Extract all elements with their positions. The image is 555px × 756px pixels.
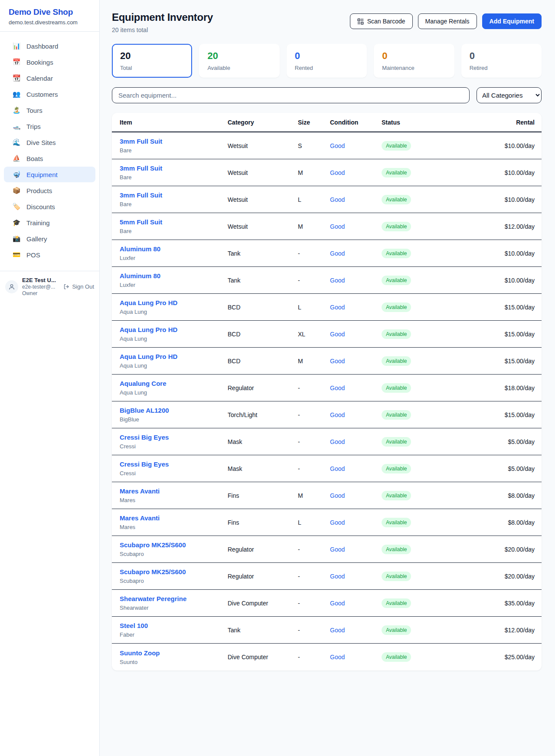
condition-link[interactable]: Good xyxy=(330,438,382,445)
sidebar-item-products[interactable]: 📦 Products xyxy=(4,183,95,198)
condition-link[interactable]: Good xyxy=(330,358,382,365)
sidebar-item-equipment[interactable]: 🤿 Equipment xyxy=(4,167,95,182)
condition-link[interactable]: Good xyxy=(330,331,382,338)
sidebar-item-trips[interactable]: 🛥️ Trips xyxy=(4,118,95,134)
sidebar-item-dashboard[interactable]: 📊 Dashboard xyxy=(4,38,95,54)
item-brand: Aqua Lung xyxy=(120,309,228,315)
scan-barcode-button[interactable]: Scan Barcode xyxy=(350,13,413,29)
condition-link[interactable]: Good xyxy=(330,519,382,526)
sidebar-item-boats[interactable]: ⛵ Boats xyxy=(4,151,95,166)
rental-cell: $15.00/day xyxy=(468,331,535,338)
status-badge: Available xyxy=(382,518,411,527)
stat-card-retired[interactable]: 0 Retired xyxy=(461,44,542,78)
item-name-link[interactable]: Steel 100 xyxy=(120,622,228,629)
item-brand: Aqua Lung xyxy=(120,335,228,342)
sidebar-item-bookings[interactable]: 📅 Bookings xyxy=(4,54,95,70)
sidebar-item-icon: 💳 xyxy=(12,251,21,259)
condition-link[interactable]: Good xyxy=(330,142,382,149)
stat-card-maintenance[interactable]: 0 Maintenance xyxy=(374,44,454,78)
category-select[interactable]: All Categories xyxy=(477,87,542,103)
stat-label: Retired xyxy=(470,65,533,71)
sign-out-button[interactable]: Sign Out xyxy=(63,283,94,290)
rental-cell: $35.00/day xyxy=(468,600,535,607)
sidebar-item-tours[interactable]: 🏝️ Tours xyxy=(4,102,95,118)
item-name-link[interactable]: Scubapro MK25/S600 xyxy=(120,541,228,549)
page-title: Equipment Inventory xyxy=(112,11,213,23)
sidebar-item-dive-sites[interactable]: 🌊 Dive Sites xyxy=(4,135,95,150)
condition-link[interactable]: Good xyxy=(330,385,382,391)
condition-link[interactable]: Good xyxy=(330,411,382,418)
item-name-link[interactable]: Cressi Big Eyes xyxy=(120,434,228,441)
table-row: Aqualung Core Aqua Lung Regulator - Good… xyxy=(112,375,542,401)
condition-link[interactable]: Good xyxy=(330,196,382,203)
item-name-link[interactable]: 3mm Full Suit xyxy=(120,138,228,145)
item-name-link[interactable]: Suunto Zoop xyxy=(120,649,228,657)
item-cell: Shearwater Peregrine Shearwater xyxy=(120,595,228,611)
size-cell: M xyxy=(298,223,330,230)
rental-cell: $5.00/day xyxy=(468,438,535,445)
person-icon xyxy=(8,283,15,290)
item-name-link[interactable]: Scubapro MK25/S600 xyxy=(120,568,228,575)
item-name-link[interactable]: Aqua Lung Pro HD xyxy=(120,299,228,306)
item-brand: Mares xyxy=(120,497,228,503)
condition-link[interactable]: Good xyxy=(330,169,382,176)
rental-cell: $25.00/day xyxy=(468,654,535,661)
sidebar-item-label: Discounts xyxy=(26,203,55,210)
stat-card-rented[interactable]: 0 Rented xyxy=(287,44,367,78)
condition-link[interactable]: Good xyxy=(330,573,382,580)
condition-link[interactable]: Good xyxy=(330,546,382,553)
sidebar-item-gallery[interactable]: 📸 Gallery xyxy=(4,231,95,247)
item-name-link[interactable]: Cressi Big Eyes xyxy=(120,460,228,468)
stat-card-total[interactable]: 20 Total xyxy=(112,44,192,78)
sidebar-item-discounts[interactable]: 🏷️ Discounts xyxy=(4,199,95,214)
column-header-status: Status xyxy=(382,119,468,126)
item-name-link[interactable]: Shearwater Peregrine xyxy=(120,595,228,602)
item-name-link[interactable]: 5mm Full Suit xyxy=(120,218,228,226)
condition-link[interactable]: Good xyxy=(330,304,382,311)
table-row: Scubapro MK25/S600 Scubapro Regulator - … xyxy=(112,536,542,563)
category-cell: Tank xyxy=(228,277,298,284)
add-equipment-button[interactable]: Add Equipment xyxy=(482,13,542,29)
rental-cell: $8.00/day xyxy=(468,492,535,499)
item-brand: Faber xyxy=(120,631,228,638)
search-input[interactable] xyxy=(112,87,470,103)
status-badge: Available xyxy=(382,437,411,447)
manage-rentals-button[interactable]: Manage Rentals xyxy=(418,13,477,29)
item-name-link[interactable]: Aqualung Core xyxy=(120,380,228,387)
condition-link[interactable]: Good xyxy=(330,600,382,607)
size-cell: - xyxy=(298,277,330,284)
sidebar-item-calendar[interactable]: 📆 Calendar xyxy=(4,70,95,86)
item-name-link[interactable]: Mares Avanti xyxy=(120,487,228,495)
condition-link[interactable]: Good xyxy=(330,492,382,499)
user-name: E2E Test U... xyxy=(22,277,59,283)
sidebar-item-icon: 🏷️ xyxy=(12,203,21,210)
item-name-link[interactable]: Aluminum 80 xyxy=(120,245,228,253)
status-cell: Available xyxy=(382,652,468,662)
item-cell: Suunto Zoop Suunto xyxy=(120,649,228,665)
status-badge: Available xyxy=(382,168,411,177)
item-name-link[interactable]: BigBlue AL1200 xyxy=(120,407,228,414)
stat-card-available[interactable]: 20 Available xyxy=(199,44,279,78)
sidebar-item-customers[interactable]: 👥 Customers xyxy=(4,86,95,102)
item-name-link[interactable]: 3mm Full Suit xyxy=(120,191,228,199)
status-cell: Available xyxy=(382,195,468,204)
item-name-link[interactable]: Aqua Lung Pro HD xyxy=(120,326,228,333)
stat-value: 20 xyxy=(120,50,184,62)
item-name-link[interactable]: Mares Avanti xyxy=(120,514,228,522)
item-name-link[interactable]: Aqua Lung Pro HD xyxy=(120,353,228,360)
item-name-link[interactable]: 3mm Full Suit xyxy=(120,164,228,172)
condition-link[interactable]: Good xyxy=(330,250,382,257)
item-name-link[interactable]: Aluminum 80 xyxy=(120,272,228,279)
sidebar-item-training[interactable]: 🎓 Training xyxy=(4,215,95,230)
condition-link[interactable]: Good xyxy=(330,654,382,661)
sidebar-item-icon: 🤿 xyxy=(12,171,21,178)
condition-link[interactable]: Good xyxy=(330,277,382,284)
sidebar-item-label: Boats xyxy=(26,155,43,162)
avatar xyxy=(5,280,18,293)
condition-link[interactable]: Good xyxy=(330,223,382,230)
sidebar-item-pos[interactable]: 💳 POS xyxy=(4,247,95,263)
category-cell: Regulator xyxy=(228,385,298,391)
status-cell: Available xyxy=(382,437,468,447)
condition-link[interactable]: Good xyxy=(330,627,382,634)
condition-link[interactable]: Good xyxy=(330,465,382,472)
